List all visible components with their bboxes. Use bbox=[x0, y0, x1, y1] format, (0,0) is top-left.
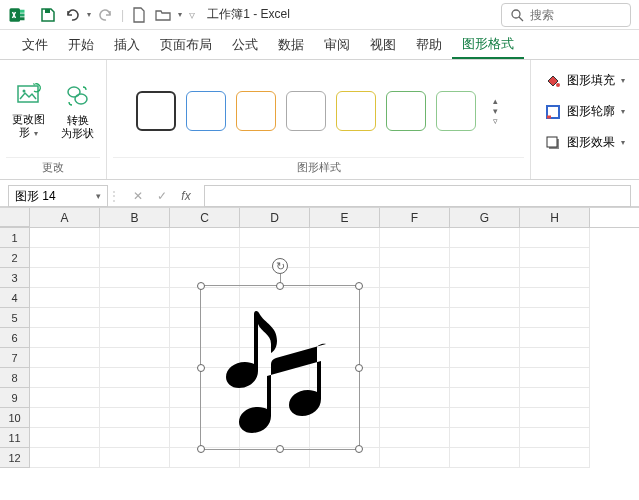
row-header-3[interactable]: 3 bbox=[0, 268, 30, 288]
resize-handle-s[interactable] bbox=[276, 445, 284, 453]
cell[interactable] bbox=[520, 268, 590, 288]
cell[interactable] bbox=[100, 448, 170, 468]
col-header-G[interactable]: G bbox=[450, 208, 520, 227]
cell[interactable] bbox=[240, 448, 310, 468]
col-header-B[interactable]: B bbox=[100, 208, 170, 227]
search-box[interactable] bbox=[501, 3, 631, 27]
row-header-4[interactable]: 4 bbox=[0, 288, 30, 308]
shape-style-1[interactable] bbox=[136, 91, 176, 131]
qat-overflow[interactable]: ▿ bbox=[189, 8, 195, 22]
cell[interactable] bbox=[380, 228, 450, 248]
cancel-formula-button[interactable]: ✕ bbox=[128, 189, 148, 203]
cell[interactable] bbox=[380, 368, 450, 388]
cell[interactable] bbox=[520, 408, 590, 428]
cell[interactable] bbox=[450, 428, 520, 448]
cell[interactable] bbox=[380, 448, 450, 468]
music-notes-icon[interactable] bbox=[201, 286, 361, 451]
cell[interactable] bbox=[30, 428, 100, 448]
tab-data[interactable]: 数据 bbox=[268, 30, 314, 59]
cell[interactable] bbox=[30, 388, 100, 408]
cell[interactable] bbox=[450, 308, 520, 328]
new-button[interactable] bbox=[127, 3, 151, 27]
cell[interactable] bbox=[520, 348, 590, 368]
cell[interactable] bbox=[450, 408, 520, 428]
cell[interactable] bbox=[100, 308, 170, 328]
style-gallery-more[interactable]: ▿ bbox=[493, 116, 498, 126]
insert-function-button[interactable]: fx bbox=[176, 189, 196, 203]
cell[interactable] bbox=[380, 248, 450, 268]
row-header-12[interactable]: 12 bbox=[0, 448, 30, 468]
cell[interactable] bbox=[30, 228, 100, 248]
row-header-11[interactable]: 11 bbox=[0, 428, 30, 448]
cell[interactable] bbox=[520, 328, 590, 348]
shape-style-5[interactable] bbox=[336, 91, 376, 131]
shape-style-3[interactable] bbox=[236, 91, 276, 131]
col-header-D[interactable]: D bbox=[240, 208, 310, 227]
col-header-A[interactable]: A bbox=[30, 208, 100, 227]
cell[interactable] bbox=[450, 268, 520, 288]
cell[interactable] bbox=[30, 328, 100, 348]
cell[interactable] bbox=[450, 348, 520, 368]
row-header-2[interactable]: 2 bbox=[0, 248, 30, 268]
row-header-7[interactable]: 7 bbox=[0, 348, 30, 368]
cell[interactable] bbox=[520, 248, 590, 268]
shape-outline-button[interactable]: 图形轮廓 ▾ bbox=[541, 101, 629, 122]
cell[interactable] bbox=[240, 228, 310, 248]
formula-input[interactable] bbox=[204, 185, 631, 207]
cell[interactable] bbox=[380, 328, 450, 348]
cell[interactable] bbox=[380, 268, 450, 288]
cell[interactable] bbox=[30, 268, 100, 288]
tab-view[interactable]: 视图 bbox=[360, 30, 406, 59]
cell[interactable] bbox=[100, 348, 170, 368]
row-header-1[interactable]: 1 bbox=[0, 228, 30, 248]
cell[interactable] bbox=[170, 228, 240, 248]
row-header-10[interactable]: 10 bbox=[0, 408, 30, 428]
cell[interactable] bbox=[30, 348, 100, 368]
cell[interactable] bbox=[30, 448, 100, 468]
cell[interactable] bbox=[100, 388, 170, 408]
cell[interactable] bbox=[100, 328, 170, 348]
cell[interactable] bbox=[100, 368, 170, 388]
accept-formula-button[interactable]: ✓ bbox=[152, 189, 172, 203]
cell[interactable] bbox=[30, 248, 100, 268]
undo-button[interactable] bbox=[60, 3, 84, 27]
cell[interactable] bbox=[520, 388, 590, 408]
cell[interactable] bbox=[380, 428, 450, 448]
cell[interactable] bbox=[380, 408, 450, 428]
resize-handle-e[interactable] bbox=[355, 364, 363, 372]
cell[interactable] bbox=[450, 388, 520, 408]
resize-handle-w[interactable] bbox=[197, 364, 205, 372]
tab-help[interactable]: 帮助 bbox=[406, 30, 452, 59]
row-header-9[interactable]: 9 bbox=[0, 388, 30, 408]
tab-insert[interactable]: 插入 bbox=[104, 30, 150, 59]
shape-style-6[interactable] bbox=[386, 91, 426, 131]
cell[interactable] bbox=[380, 348, 450, 368]
resize-handle-sw[interactable] bbox=[197, 445, 205, 453]
row-header-5[interactable]: 5 bbox=[0, 308, 30, 328]
cell[interactable] bbox=[520, 308, 590, 328]
cell[interactable] bbox=[100, 408, 170, 428]
open-dropdown[interactable]: ▾ bbox=[178, 10, 182, 19]
cell[interactable] bbox=[170, 448, 240, 468]
row-header-8[interactable]: 8 bbox=[0, 368, 30, 388]
undo-dropdown[interactable]: ▾ bbox=[87, 10, 91, 19]
cell[interactable] bbox=[310, 448, 380, 468]
cell[interactable] bbox=[450, 228, 520, 248]
cell[interactable] bbox=[100, 248, 170, 268]
tab-file[interactable]: 文件 bbox=[12, 30, 58, 59]
cell[interactable] bbox=[520, 448, 590, 468]
cell[interactable] bbox=[30, 308, 100, 328]
cell[interactable] bbox=[450, 288, 520, 308]
cell[interactable] bbox=[450, 368, 520, 388]
style-gallery-up[interactable]: ▴ bbox=[493, 96, 498, 106]
shape-style-2[interactable] bbox=[186, 91, 226, 131]
cell[interactable] bbox=[310, 228, 380, 248]
open-button[interactable] bbox=[151, 3, 175, 27]
save-button[interactable] bbox=[36, 3, 60, 27]
redo-button[interactable] bbox=[94, 3, 118, 27]
cell[interactable] bbox=[100, 288, 170, 308]
tab-home[interactable]: 开始 bbox=[58, 30, 104, 59]
resize-handle-se[interactable] bbox=[355, 445, 363, 453]
cell[interactable] bbox=[520, 288, 590, 308]
cell[interactable] bbox=[520, 428, 590, 448]
